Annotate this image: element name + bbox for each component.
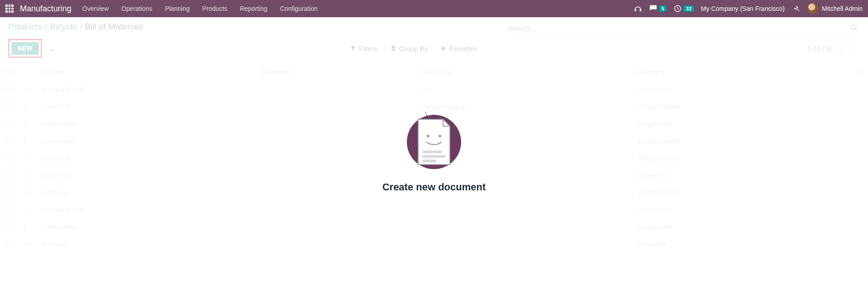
row-checkbox[interactable] (5, 154, 12, 161)
cell-product: Laoreet id (36, 150, 255, 167)
row-checkbox[interactable] (5, 120, 12, 126)
pager-prev[interactable] (837, 45, 846, 52)
breadcrumb-products[interactable]: Products (8, 22, 42, 32)
search-input[interactable] (507, 22, 860, 35)
cell-product: Integer vitae (36, 132, 255, 150)
cell-bomtype: Subcontracting (417, 98, 632, 115)
row-checkbox[interactable] (5, 137, 12, 143)
pager-text: 1-10 / 10 (808, 45, 833, 52)
cell-company: Laoreet id (632, 236, 851, 253)
nav-link-overview[interactable]: Overview (82, 5, 108, 12)
layers-icon (390, 45, 396, 52)
row-checkbox[interactable] (5, 223, 12, 229)
row-checkbox[interactable] (5, 189, 12, 195)
activities-button[interactable]: 32 (674, 5, 693, 13)
groupby-label: Group By (399, 45, 428, 52)
row-checkbox[interactable] (5, 240, 12, 246)
col-reference[interactable]: Reference (255, 64, 417, 81)
user-menu[interactable]: Mitchell Admin (807, 3, 863, 14)
drag-handle-icon[interactable]: ⇅ (23, 223, 31, 231)
row-checkbox[interactable] (5, 171, 12, 178)
nav-link-operations[interactable]: Operations (121, 5, 152, 12)
table-row[interactable]: ⇅Volutpat blanditKitViverra nam (0, 81, 868, 98)
table-header-row: Product Reference BoM Type Company (0, 64, 868, 81)
svg-point-4 (859, 73, 859, 74)
row-checkbox[interactable] (5, 85, 12, 92)
avatar (807, 3, 818, 14)
cell-reference (255, 81, 417, 98)
cell-company: Laoreet id (632, 167, 851, 184)
table-row[interactable]: ⇅Integer vitaeKitInteger vitae (0, 115, 868, 132)
cell-bomtype: Kit (417, 81, 632, 98)
app-brand[interactable]: Manufacturing (20, 4, 71, 14)
table-row[interactable]: ⇅Integer vitaeVolutpat blandit (0, 132, 868, 150)
new-button[interactable]: NEW (11, 42, 39, 55)
new-button-highlight: NEW (8, 39, 42, 58)
cell-company: Volutpat blandit (632, 184, 851, 201)
user-name: Mitchell Admin (822, 5, 863, 12)
groupby-button[interactable]: Group By (390, 45, 428, 52)
breadcrumb-bicycle[interactable]: Bicycle (50, 22, 77, 32)
cell-bomtype (417, 236, 632, 253)
search-wrap (507, 22, 860, 35)
svg-point-3 (860, 71, 861, 72)
cell-bomtype (417, 218, 632, 236)
drag-handle-icon[interactable]: ⇅ (23, 206, 31, 213)
favorites-label: Favorites (449, 45, 477, 52)
favorites-button[interactable]: Favorites (440, 45, 477, 52)
star-icon (440, 45, 447, 52)
apps-icon[interactable] (5, 5, 14, 13)
download-icon[interactable] (48, 45, 56, 52)
drag-handle-icon[interactable]: ⇅ (23, 103, 31, 110)
pager-next[interactable] (851, 45, 860, 52)
drag-handle-icon[interactable]: ⇅ (23, 137, 31, 145)
select-all-checkbox[interactable] (5, 68, 12, 75)
table-row[interactable]: ⇅Laoreet idVolutpat blandit (0, 150, 868, 167)
tools-icon[interactable] (792, 5, 800, 13)
cell-product: In massa (36, 184, 255, 201)
table-row[interactable]: ⇅In massaVolutpat blandit (0, 184, 868, 201)
nav-link-planning[interactable]: Planning (165, 5, 190, 12)
cell-product: Volutpat blandit (36, 81, 255, 98)
drag-handle-icon[interactable]: ⇅ (23, 155, 31, 162)
messages-button[interactable]: 5 (649, 5, 666, 13)
company-switcher[interactable]: My Company (San Francisco) (701, 5, 785, 12)
table-row[interactable]: ⇅Laoreet idSubcontractingVolutpat blandi… (0, 98, 868, 115)
cell-product: Laoreet id (36, 167, 255, 184)
cell-bomtype (417, 184, 632, 201)
col-bomtype[interactable]: BoM Type (417, 64, 632, 81)
cell-product: In massa (36, 236, 255, 253)
svg-point-1 (851, 25, 856, 30)
clock-icon (674, 5, 682, 13)
cell-product: Laoreet id (36, 98, 255, 115)
row-checkbox[interactable] (5, 103, 12, 109)
drag-handle-icon[interactable]: ⇅ (23, 241, 31, 248)
drag-handle-icon[interactable]: ⇅ (23, 86, 31, 93)
chat-icon (649, 5, 657, 13)
col-product[interactable]: Product (36, 64, 255, 81)
support-icon[interactable] (634, 5, 642, 13)
action-row: NEW Filters Group By Favorites 1-10 / 10 (0, 35, 868, 64)
cell-company: Volutpat blandit (632, 98, 851, 115)
table-row[interactable]: ⇅In massaLaoreet id (0, 236, 868, 253)
table-row[interactable]: ⇅Integer vitaeInteger vitae (0, 218, 868, 236)
cell-bomtype (417, 132, 632, 150)
bom-list: Product Reference BoM Type Company ⇅Volu… (0, 64, 868, 253)
filters-button[interactable]: Filters (350, 45, 377, 52)
cell-reference (255, 98, 417, 115)
table-row[interactable]: ⇅Laoreet idLaoreet id (0, 167, 868, 184)
nav-link-reporting[interactable]: Reporting (240, 5, 268, 12)
nav-link-products[interactable]: Products (202, 5, 227, 12)
drag-handle-icon[interactable]: ⇅ (23, 172, 31, 179)
col-company[interactable]: Company (632, 64, 851, 81)
table-row[interactable]: ⇅Volutpat blanditViverra nam (0, 201, 868, 218)
search-icon[interactable] (850, 24, 858, 32)
row-checkbox[interactable] (5, 206, 12, 212)
filters-label: Filters (359, 45, 377, 52)
drag-handle-icon[interactable]: ⇅ (23, 120, 31, 127)
nav-link-configuration[interactable]: Configuration (280, 5, 317, 12)
column-settings-icon[interactable] (851, 64, 868, 81)
cell-reference (255, 132, 417, 150)
cell-company: Viverra nam (632, 81, 851, 98)
drag-handle-icon[interactable]: ⇅ (23, 189, 31, 196)
